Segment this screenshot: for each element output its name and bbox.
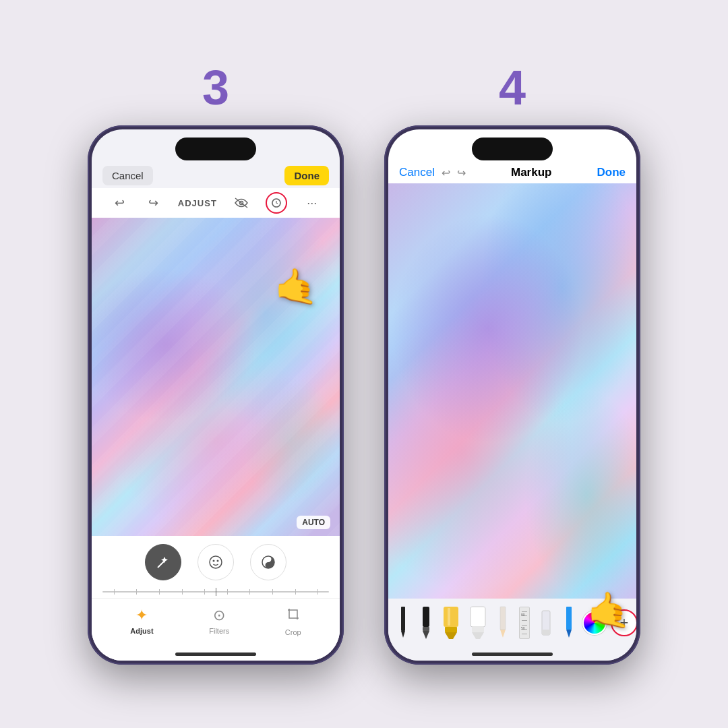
svg-marker-27: [566, 630, 572, 638]
markup-title: Markup: [511, 166, 551, 179]
adjust-nav-label: Adjust: [130, 627, 153, 635]
svg-rect-9: [401, 607, 405, 631]
cancel-button-3[interactable]: Cancel: [102, 166, 153, 185]
phone-3-screen: Cancel Done ↩ ↪ ADJUST ···: [92, 129, 340, 661]
nav-filters[interactable]: ⊙ Filters: [209, 607, 229, 636]
markup-button[interactable]: [266, 192, 287, 214]
pencil-tool[interactable]: [493, 605, 512, 640]
marker-tool[interactable]: [439, 605, 462, 640]
done-button-3[interactable]: Done: [284, 166, 329, 185]
crop-nav-icon: [286, 607, 301, 626]
cancel-button-4[interactable]: Cancel: [399, 166, 435, 179]
visibility-icon[interactable]: [232, 193, 251, 212]
svg-rect-14: [444, 607, 458, 627]
edit-bottom-nav: ✦ Adjust ⊙ Filters Crop: [92, 598, 340, 647]
tools-row: [92, 544, 340, 588]
svg-point-3: [210, 556, 222, 568]
home-bar-4: [472, 653, 553, 656]
image-canvas-4: [388, 183, 636, 599]
undo-icon[interactable]: ↩: [110, 193, 129, 212]
step-4-number: 4: [499, 63, 526, 112]
adjust-nav-icon: ✦: [135, 607, 148, 624]
dynamic-island-3: [175, 138, 256, 160]
svg-rect-19: [472, 627, 484, 632]
auto-badge: AUTO: [297, 516, 330, 529]
toolbar-label: ADJUST: [178, 198, 217, 208]
svg-rect-15: [445, 627, 457, 632]
yin-yang-tool[interactable]: [250, 544, 286, 580]
svg-point-4: [213, 560, 215, 562]
phone-4: Cancel ↩ ↪ Markup Done: [384, 125, 640, 665]
pen-tool-1[interactable]: [394, 605, 413, 640]
magic-wand-tool[interactable]: [145, 544, 181, 580]
svg-rect-25: [542, 630, 550, 635]
crop-nav-label: Crop: [285, 628, 301, 636]
ruler-tool[interactable]: 50 80: [519, 607, 530, 639]
filters-nav-icon: ⊙: [213, 607, 225, 624]
markup-header: Cancel ↩ ↪ Markup Done: [388, 160, 636, 183]
dynamic-island-4: [472, 138, 553, 160]
pen-tool-2[interactable]: [417, 605, 435, 640]
phone3-header: Cancel Done: [92, 160, 340, 188]
adjustment-slider[interactable]: [92, 588, 340, 598]
step-4: 4 Cancel ↩ ↪ Markup Done: [384, 63, 640, 665]
step-3: 3 Cancel Done ↩ ↪ ADJUST: [88, 63, 344, 665]
svg-marker-20: [472, 632, 484, 639]
svg-point-8: [268, 564, 270, 566]
svg-rect-21: [500, 607, 506, 630]
svg-rect-18: [471, 607, 485, 627]
phone-4-screen: Cancel ↩ ↪ Markup Done: [388, 129, 636, 661]
svg-rect-12: [423, 627, 429, 631]
redo-icon[interactable]: ↪: [144, 193, 162, 212]
home-indicator-4: [388, 647, 636, 661]
svg-rect-17: [448, 608, 450, 626]
more-options-icon[interactable]: ···: [303, 193, 322, 212]
svg-marker-13: [423, 631, 429, 639]
svg-point-5: [217, 560, 219, 562]
face-detect-tool[interactable]: [198, 544, 234, 580]
home-indicator-3: [92, 647, 340, 661]
svg-marker-16: [445, 632, 457, 639]
svg-rect-11: [423, 607, 429, 627]
svg-marker-10: [401, 631, 405, 638]
filters-nav-label: Filters: [209, 627, 229, 635]
phone-3: Cancel Done ↩ ↪ ADJUST ···: [88, 125, 344, 665]
tap-cursor-3: 🤙: [274, 266, 318, 307]
nav-crop[interactable]: Crop: [285, 607, 301, 636]
nav-adjust[interactable]: ✦ Adjust: [130, 607, 153, 636]
edit-toolbar: ↩ ↪ ADJUST ···: [92, 188, 340, 218]
image-canvas-3: AUTO 🤙: [92, 218, 340, 536]
edit-tools-area: ✦ Adjust ⊙ Filters Crop: [92, 536, 340, 661]
svg-point-7: [268, 558, 270, 560]
svg-marker-22: [500, 630, 506, 638]
step-3-number: 3: [202, 63, 229, 112]
eraser-tool[interactable]: [537, 605, 555, 640]
tap-cursor-4: 🤙: [587, 590, 631, 631]
slider-track: [102, 591, 329, 593]
done-button-4[interactable]: Done: [597, 166, 626, 179]
blue-pen-tool[interactable]: [559, 605, 578, 640]
white-marker-tool[interactable]: [466, 605, 489, 640]
svg-rect-26: [566, 607, 572, 630]
home-bar-3: [175, 653, 256, 656]
main-container: 3 Cancel Done ↩ ↪ ADJUST: [61, 36, 667, 692]
